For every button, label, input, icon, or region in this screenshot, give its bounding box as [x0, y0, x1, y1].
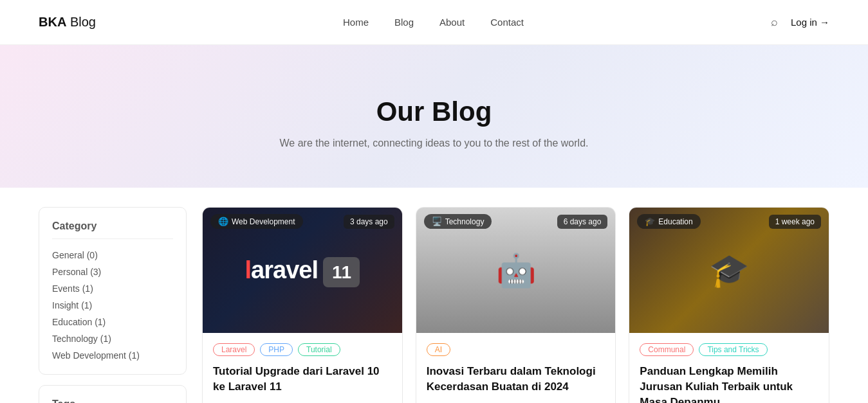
list-item[interactable]: Events (1)	[52, 283, 173, 294]
card-body-3: Communal Tips and Tricks Panduan Lengkap…	[629, 333, 829, 403]
card-tags-1: Laravel PHP Tutorial	[213, 343, 392, 356]
globe-icon: 🌐	[218, 217, 228, 226]
blog-grid: laravel11 🌐 Web Development 3 days ago L…	[202, 207, 829, 403]
list-item[interactable]: Personal (3)	[52, 266, 173, 278]
main-layout: Category General (0) Personal (3) Events…	[0, 188, 868, 403]
nav-links: Home Blog About Contact	[343, 17, 524, 28]
list-item[interactable]: Web Development (1)	[52, 350, 173, 361]
card-category-2[interactable]: 🖥️ Technology	[424, 214, 492, 229]
tag-laravel[interactable]: Laravel	[213, 343, 255, 356]
category-heading: Category	[52, 220, 173, 239]
card-image-1: laravel11 🌐 Web Development 3 days ago	[203, 208, 402, 333]
tags-card: Tags Communal TailwindCss	[39, 385, 187, 403]
card-image-3: 🎓 🎓 Education 1 week ago	[629, 208, 829, 333]
category-general[interactable]: General (0)	[52, 250, 98, 260]
category-education[interactable]: Education (1)	[52, 317, 106, 327]
card-overlay-1: 🌐 Web Development 3 days ago	[203, 208, 402, 235]
category-technology[interactable]: Technology (1)	[52, 334, 111, 344]
sidebar: Category General (0) Personal (3) Events…	[39, 207, 187, 403]
category-webdev[interactable]: Web Development (1)	[52, 350, 140, 361]
list-item[interactable]: Technology (1)	[52, 333, 173, 345]
card-time-2: 6 days ago	[557, 215, 608, 229]
globe-icon-2: 🖥️	[432, 217, 442, 226]
hero-title: Our Blog	[13, 96, 855, 127]
list-item[interactable]: Education (1)	[52, 316, 173, 328]
tag-php[interactable]: PHP	[260, 343, 293, 356]
card-tags-2: AI	[427, 343, 605, 356]
card-time-1: 3 days ago	[344, 215, 394, 229]
nav-about[interactable]: About	[439, 17, 465, 28]
hero-section: Our Blog We are the internet, connecting…	[0, 45, 868, 188]
tag-ai[interactable]: AI	[427, 343, 450, 356]
card-title-1: Tutorial Upgrade dari Laravel 10 ke Lara…	[213, 364, 392, 395]
card-image-2: 🤖 🖥️ Technology 6 days ago	[416, 208, 616, 333]
category-list: General (0) Personal (3) Events (1) Insi…	[52, 249, 173, 361]
nav-home[interactable]: Home	[343, 17, 369, 28]
tag-communal[interactable]: Communal	[640, 343, 694, 356]
search-button[interactable]: ⌕	[771, 15, 778, 29]
hero-subtitle: We are the internet, connecting ideas to…	[13, 138, 855, 149]
card-excerpt-1: Laravel secara rutin merilis versi	[213, 400, 392, 403]
list-item[interactable]: General (0)	[52, 249, 173, 261]
category-personal[interactable]: Personal (3)	[52, 267, 101, 277]
search-icon: ⌕	[771, 15, 778, 28]
blog-card-2: 🤖 🖥️ Technology 6 days ago AI Inovasi Te…	[416, 207, 616, 403]
tag-tutorial[interactable]: Tutorial	[298, 343, 340, 356]
blog-card-3: 🎓 🎓 Education 1 week ago Communal Tips a…	[629, 207, 829, 403]
card-tags-3: Communal Tips and Tricks	[640, 343, 818, 356]
card-time-3: 1 week ago	[769, 215, 821, 229]
card-category-3[interactable]: 🎓 Education	[637, 214, 700, 229]
tag-tips[interactable]: Tips and Tricks	[699, 343, 767, 356]
login-button[interactable]: Log in →	[791, 17, 829, 28]
blog-card-1: laravel11 🌐 Web Development 3 days ago L…	[202, 207, 403, 403]
card-category-1[interactable]: 🌐 Web Development	[210, 214, 303, 229]
card-title-3: Panduan Lengkap Memilih Jurusan Kuliah T…	[640, 364, 818, 403]
logo-bold: BKA	[39, 15, 66, 29]
card-body-1: Laravel PHP Tutorial Tutorial Upgrade da…	[203, 333, 402, 403]
card-overlay-3: 🎓 Education 1 week ago	[629, 208, 829, 235]
navbar-right: ⌕ Log in →	[771, 15, 829, 29]
category-card: Category General (0) Personal (3) Events…	[39, 207, 187, 375]
navbar: BKA Blog Home Blog About Contact ⌕ Log i…	[0, 0, 868, 45]
tags-heading: Tags	[52, 399, 173, 403]
login-label: Log in →	[791, 17, 829, 28]
category-events[interactable]: Events (1)	[52, 283, 93, 294]
laravel-logo: laravel11	[245, 256, 360, 284]
card-title-2: Inovasi Terbaru dalam Teknologi Kecerdas…	[427, 364, 605, 395]
nav-blog[interactable]: Blog	[394, 17, 414, 28]
logo-rest: Blog	[66, 15, 96, 29]
site-logo[interactable]: BKA Blog	[39, 15, 96, 30]
nav-contact[interactable]: Contact	[490, 17, 524, 28]
card-body-2: AI Inovasi Terbaru dalam Teknologi Kecer…	[416, 333, 616, 403]
list-item[interactable]: Insight (1)	[52, 300, 173, 311]
card-overlay-2: 🖥️ Technology 6 days ago	[416, 208, 616, 235]
category-insight[interactable]: Insight (1)	[52, 300, 92, 310]
globe-icon-3: 🎓	[645, 217, 655, 226]
